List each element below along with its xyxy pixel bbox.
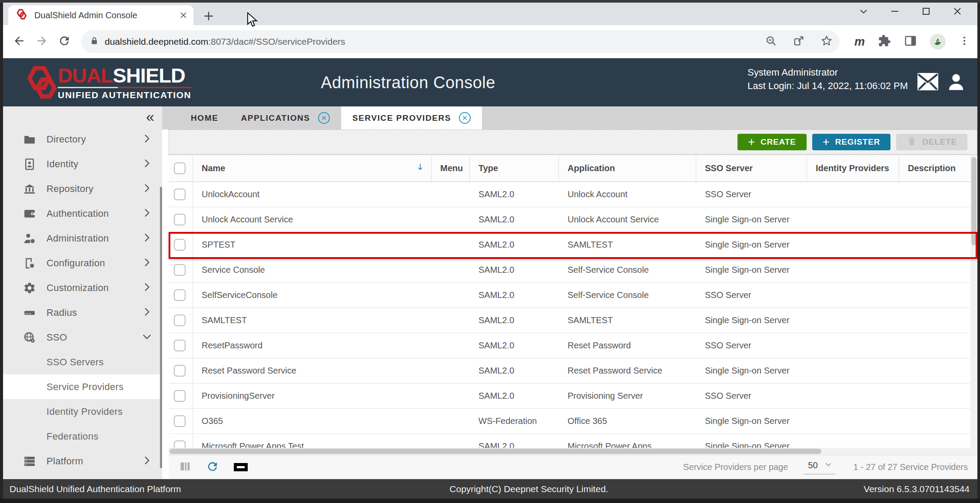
row-checkbox[interactable] xyxy=(174,314,186,326)
column-header-description[interactable]: Description xyxy=(899,155,970,182)
column-header-label: Menu xyxy=(440,163,463,173)
horizontal-scrollbar[interactable] xyxy=(169,448,970,455)
sidebar-item-radius[interactable]: Radius xyxy=(3,300,162,325)
sidebar-item-configuration[interactable]: Configuration xyxy=(3,251,162,275)
cell-application: Reset Password Service xyxy=(559,358,696,383)
admin-icon xyxy=(23,232,36,245)
sidebar-item-help[interactable]: Help xyxy=(3,473,162,479)
row-checkbox[interactable] xyxy=(174,390,186,402)
column-header-menu[interactable]: Menu xyxy=(432,155,470,182)
table-row-provisioningserver[interactable]: ProvisioningServerSAML2.0Provisioning Se… xyxy=(169,384,970,409)
cell-sso-server: SSO Server xyxy=(696,384,807,408)
row-checkbox-cell xyxy=(169,182,193,207)
table-row-o365[interactable]: O365WS-FederationOffice 365Single Sign-o… xyxy=(169,409,970,434)
cell-sso-server: Single Sign-on Server xyxy=(696,258,807,282)
window-minimize-icon[interactable] xyxy=(890,6,900,18)
create-button[interactable]: +CREATE xyxy=(737,134,807,150)
zoom-out-icon[interactable] xyxy=(765,35,777,49)
column-header-label: Identity Providers xyxy=(816,163,889,173)
row-checkbox[interactable] xyxy=(174,415,186,427)
reload-icon[interactable] xyxy=(58,34,71,49)
table-row-reset-password-service[interactable]: Reset Password ServiceSAML2.0Reset Passw… xyxy=(169,358,970,384)
tab-service-providers[interactable]: SERVICE PROVIDERS xyxy=(341,106,482,129)
bank-icon xyxy=(23,182,36,195)
columns-icon[interactable] xyxy=(179,460,191,474)
column-header-type[interactable]: Type xyxy=(470,155,559,182)
sidebar-item-repository[interactable]: Repository xyxy=(3,176,162,201)
tab-applications[interactable]: APPLICATIONS xyxy=(229,106,341,129)
side-panel-icon[interactable] xyxy=(904,34,917,49)
sidebar-item-customization[interactable]: Customization xyxy=(3,275,162,300)
refresh-icon[interactable] xyxy=(206,460,219,475)
logo-rule xyxy=(58,87,191,88)
sso-icon xyxy=(23,331,36,344)
sidebar-item-identity[interactable]: Identity xyxy=(3,152,162,176)
table-row-unlockaccount[interactable]: UnlockAccountSAML2.0Unlock AccountSSO Se… xyxy=(169,182,970,207)
sidebar-item-identity-providers[interactable]: Identity Providers xyxy=(3,399,162,424)
user-account-icon[interactable] xyxy=(946,72,966,94)
tab-label: APPLICATIONS xyxy=(241,113,310,123)
share-icon[interactable] xyxy=(793,35,805,49)
window-dropdown-icon[interactable] xyxy=(858,6,869,18)
row-checkbox-cell xyxy=(169,358,193,383)
bookmark-star-icon[interactable] xyxy=(821,35,833,49)
collapse-sidebar-icon[interactable]: « xyxy=(146,108,154,125)
column-header-identity-providers[interactable]: Identity Providers xyxy=(807,155,899,182)
per-page-select[interactable]: 50 xyxy=(804,460,835,474)
row-checkbox[interactable] xyxy=(174,289,186,301)
horizontal-scrollbar-thumb[interactable] xyxy=(169,449,821,454)
table-row-service-console[interactable]: Service ConsoleSAML2.0Self-Service Conso… xyxy=(169,258,970,283)
row-checkbox-cell xyxy=(169,384,193,408)
browser-menu-kebab-icon[interactable] xyxy=(959,35,970,48)
new-tab-button[interactable] xyxy=(203,10,214,22)
register-button[interactable]: +REGISTER xyxy=(812,134,891,150)
url-bar[interactable]: dualshield.deepnetid.com:8073/dac#/SSO/s… xyxy=(81,30,840,53)
extensions-puzzle-icon[interactable] xyxy=(878,34,891,49)
tab-home[interactable]: HOME xyxy=(179,106,229,129)
cell-menu xyxy=(432,207,470,232)
cell-description xyxy=(899,258,970,282)
row-checkbox[interactable] xyxy=(174,264,186,276)
logo-dual-text: DUAL xyxy=(58,64,113,87)
select-all-checkbox[interactable] xyxy=(174,162,186,174)
collapse-grid-icon[interactable] xyxy=(234,463,248,471)
tab-close-icon[interactable] xyxy=(179,11,187,19)
sidebar-item-administration[interactable]: Administration xyxy=(3,226,162,251)
sidebar-item-service-providers[interactable]: Service Providers xyxy=(3,374,162,399)
delete-button[interactable]: DELETE xyxy=(896,134,967,150)
table-row-resetpassword[interactable]: ResetPasswordSAML2.0Reset PasswordSSO Se… xyxy=(169,333,970,358)
vertical-scrollbar[interactable] xyxy=(970,155,977,455)
browser-tab[interactable]: DualShield Admin Console xyxy=(8,5,193,25)
profile-avatar[interactable] xyxy=(930,34,946,50)
mail-icon[interactable] xyxy=(917,72,939,93)
row-checkbox[interactable] xyxy=(174,365,186,377)
back-icon[interactable] xyxy=(13,34,26,49)
close-tab-icon[interactable] xyxy=(318,112,330,124)
row-checkbox[interactable] xyxy=(174,214,186,225)
m-extension-icon[interactable]: m xyxy=(854,35,865,49)
cell-menu xyxy=(432,358,470,383)
sidebar-item-sso[interactable]: SSO xyxy=(3,325,162,350)
window-maximize-icon[interactable] xyxy=(921,6,931,18)
row-checkbox[interactable] xyxy=(174,340,186,351)
column-header-sso-server[interactable]: SSO Server xyxy=(696,155,807,182)
column-header-name[interactable]: Name xyxy=(193,155,432,182)
url-text: dualshield.deepnetid.com:8073/dac#/SSO/s… xyxy=(105,36,749,47)
window-close-icon[interactable] xyxy=(952,6,963,18)
table-row-selfserviceconsole[interactable]: SelfServiceConsoleSAML2.0Self-Service Co… xyxy=(169,283,970,308)
row-checkbox[interactable] xyxy=(174,189,186,200)
table-row-microsoft-power-apps-test[interactable]: Microsoft Power Apps TestSAML2.0Microsof… xyxy=(169,434,970,448)
sidebar-item-authentication[interactable]: Authentication xyxy=(3,201,162,226)
sidebar-item-sso-servers[interactable]: SSO Servers xyxy=(3,350,162,374)
row-checkbox-cell xyxy=(169,333,193,358)
close-tab-icon[interactable] xyxy=(459,112,471,124)
forward-icon[interactable] xyxy=(35,34,48,49)
sidebar-item-federations[interactable]: Federations xyxy=(3,424,162,449)
sidebar-item-platform[interactable]: Platform xyxy=(3,449,162,473)
row-checkbox[interactable] xyxy=(174,440,186,448)
table-header: NameMenuTypeApplicationSSO ServerIdentit… xyxy=(169,155,970,182)
sidebar-item-directory[interactable]: Directory xyxy=(3,127,162,152)
column-header-application[interactable]: Application xyxy=(559,155,696,182)
table-row-samltest[interactable]: SAMLTESTSAML2.0SAMLTESTSingle Sign-on Se… xyxy=(169,308,970,333)
table-row-unlock-account-service[interactable]: Unlock Account ServiceSAML2.0Unlock Acco… xyxy=(169,207,970,232)
